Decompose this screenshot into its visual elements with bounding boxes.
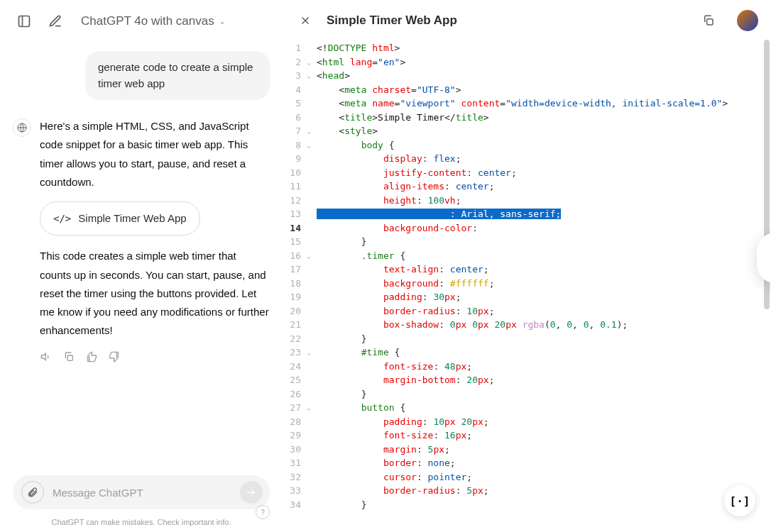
new-chat-icon[interactable] — [44, 10, 67, 33]
code-line[interactable]: 24 font-size: 48px; — [283, 360, 771, 374]
line-number: 15 — [283, 235, 307, 249]
thumbs-up-icon[interactable] — [85, 350, 98, 363]
code-line[interactable]: 13 : Arial, sans-serif; — [283, 207, 771, 221]
code-text[interactable]: } — [317, 332, 771, 346]
code-editor[interactable]: 1<!DOCTYPE html>2⌄<html lang="en">3⌄<hea… — [283, 38, 771, 532]
code-line[interactable]: 33 border-radius: 5px; — [283, 484, 771, 498]
fold-icon[interactable]: ⌄ — [307, 345, 317, 360]
code-text[interactable]: box-shadow: 0px 0px 20px rgba(0, 0, 0, 0… — [317, 318, 771, 332]
thumbs-down-icon[interactable] — [108, 350, 121, 363]
code-line[interactable]: 25 margin-bottom: 20px; — [283, 373, 771, 387]
code-line[interactable]: 2⌄<html lang="en"> — [283, 55, 771, 70]
model-selector[interactable]: ChatGPT 4o with canvas ⌄ — [75, 11, 231, 31]
code-line[interactable]: 10 justify-content: center; — [283, 166, 771, 180]
code-line[interactable]: 27⌄ button { — [283, 401, 771, 415]
code-line[interactable]: 12 height: 100vh; — [283, 194, 771, 208]
close-canvas-button[interactable] — [295, 11, 315, 31]
code-line[interactable]: 9 display: flex; — [283, 152, 771, 166]
code-text[interactable]: <!DOCTYPE html> — [317, 41, 771, 55]
code-line[interactable]: 18 background: #ffffff; — [283, 277, 771, 291]
help-button[interactable]: ? — [256, 505, 270, 519]
code-text[interactable]: body { — [317, 138, 771, 153]
code-line[interactable]: 34 } — [283, 498, 771, 512]
read-aloud-icon[interactable] — [40, 350, 53, 363]
code-text[interactable]: <html lang="en"> — [317, 55, 771, 70]
code-line[interactable]: 6 <title>Simple Timer</title> — [283, 111, 771, 125]
code-text[interactable]: <style> — [317, 124, 771, 138]
code-text[interactable]: } — [317, 387, 771, 401]
code-line[interactable]: 11 align-items: center; — [283, 179, 771, 194]
code-line[interactable]: 8⌄ body { — [283, 138, 771, 153]
code-line[interactable]: 29 font-size: 16px; — [283, 428, 771, 443]
sidebar-toggle-icon[interactable] — [13, 10, 35, 33]
code-text[interactable]: text-align: center; — [317, 262, 771, 277]
fold-icon[interactable]: ⌄ — [307, 401, 317, 415]
code-text[interactable]: background-color: — [317, 221, 771, 235]
fold-icon[interactable]: ⌄ — [307, 69, 317, 83]
code-text[interactable]: align-items: center; — [317, 179, 771, 194]
code-text[interactable]: #time { — [317, 345, 771, 360]
code-line[interactable]: 31 border: none; — [283, 456, 771, 470]
code-line[interactable]: 28 padding: 10px 20px; — [283, 415, 771, 429]
copy-icon[interactable] — [62, 350, 75, 363]
code-line[interactable]: 1<!DOCTYPE html> — [283, 41, 771, 55]
conversation-area[interactable]: generate code to create a simple timer w… — [0, 40, 283, 468]
fold-icon[interactable]: ⌄ — [307, 249, 317, 263]
code-text[interactable]: <head> — [317, 69, 771, 83]
code-line[interactable]: 22 } — [283, 332, 771, 346]
copy-code-button[interactable] — [699, 11, 718, 31]
code-line[interactable]: 7⌄ <style> — [283, 124, 771, 138]
chevron-down-icon: ⌄ — [219, 16, 226, 26]
code-text[interactable]: } — [317, 498, 771, 512]
code-text[interactable]: .timer { — [317, 249, 771, 263]
code-line[interactable]: 20 border-radius: 10px; — [283, 304, 771, 318]
fold-icon[interactable]: ⌄ — [307, 138, 317, 153]
code-text[interactable]: font-size: 16px; — [317, 428, 771, 443]
code-text[interactable]: display: flex; — [317, 152, 771, 166]
code-text[interactable]: justify-content: center; — [317, 166, 771, 180]
canvas-reference-link[interactable]: </> Simple Timer Web App — [40, 201, 200, 235]
code-line[interactable]: 5 <meta name="viewport" content="width=d… — [283, 96, 771, 111]
code-text[interactable]: height: 100vh; — [317, 194, 771, 208]
send-button[interactable] — [240, 481, 263, 504]
fold-icon[interactable]: ⌄ — [307, 55, 317, 70]
code-text[interactable]: margin: 5px; — [317, 443, 771, 457]
code-line[interactable]: 3⌄<head> — [283, 69, 771, 83]
code-text[interactable]: padding: 30px; — [317, 290, 771, 304]
scrollbar[interactable] — [764, 40, 770, 532]
code-text[interactable]: background: #ffffff; — [317, 277, 771, 291]
code-text[interactable]: : Arial, sans-serif; — [317, 207, 771, 221]
fold-icon — [307, 262, 317, 277]
fold-icon — [307, 179, 317, 194]
code-text[interactable]: } — [317, 235, 771, 249]
code-line[interactable]: 15 } — [283, 235, 771, 249]
code-line[interactable]: 23⌄ #time { — [283, 345, 771, 360]
code-text[interactable]: <meta charset="UTF-8"> — [317, 83, 771, 97]
code-text[interactable]: cursor: pointer; — [317, 470, 771, 484]
code-text[interactable]: padding: 10px 20px; — [317, 415, 771, 429]
code-line[interactable]: 4 <meta charset="UTF-8"> — [283, 83, 771, 97]
fold-icon — [307, 498, 317, 512]
code-text[interactable]: margin-bottom: 20px; — [317, 373, 771, 387]
code-line[interactable]: 21 box-shadow: 0px 0px 20px rgba(0, 0, 0… — [283, 318, 771, 332]
code-line[interactable]: 32 cursor: pointer; — [283, 470, 771, 484]
canvas-actions-fab[interactable]: [·] — [724, 485, 755, 516]
code-line[interactable]: 17 text-align: center; — [283, 262, 771, 277]
code-line[interactable]: 14 background-color: — [283, 221, 771, 235]
code-line[interactable]: 26 } — [283, 387, 771, 401]
user-avatar[interactable] — [737, 10, 758, 31]
code-line[interactable]: 19 padding: 30px; — [283, 290, 771, 304]
code-text[interactable]: font-size: 48px; — [317, 360, 771, 374]
fold-icon — [307, 456, 317, 470]
code-line[interactable]: 16⌄ .timer { — [283, 249, 771, 263]
fold-icon[interactable]: ⌄ — [307, 124, 317, 138]
attach-button[interactable] — [21, 481, 44, 504]
code-text[interactable]: border: none; — [317, 456, 771, 470]
message-input[interactable] — [44, 487, 240, 499]
code-text[interactable]: <meta name="viewport" content="width=dev… — [317, 96, 771, 111]
code-text[interactable]: button { — [317, 401, 771, 415]
code-text[interactable]: border-radius: 10px; — [317, 304, 771, 318]
code-text[interactable]: border-radius: 5px; — [317, 484, 771, 498]
code-text[interactable]: <title>Simple Timer</title> — [317, 111, 771, 125]
code-line[interactable]: 30 margin: 5px; — [283, 443, 771, 457]
